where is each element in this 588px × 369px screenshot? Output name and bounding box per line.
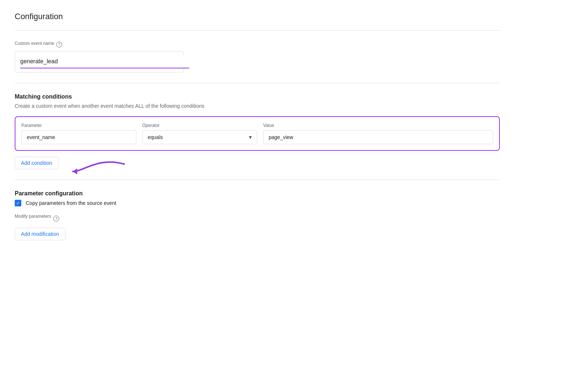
section-divider-2 (15, 180, 500, 180)
custom-event-input-wrapper (15, 51, 184, 72)
title-divider (15, 30, 500, 31)
custom-event-help-icon[interactable]: ? (56, 42, 62, 47)
svg-marker-0 (73, 168, 77, 174)
page-title: Configuration (15, 12, 500, 21)
value-field: Value (263, 123, 493, 144)
matching-conditions-description: Create a custom event when another event… (15, 103, 500, 109)
conditions-row: Parameter Operator equals contains start… (15, 116, 500, 151)
operator-select[interactable]: equals contains starts with ends with do… (142, 130, 257, 144)
parameter-configuration-section: Parameter configuration ✓ Copy parameter… (15, 190, 500, 240)
custom-event-input[interactable] (20, 55, 189, 68)
matching-conditions-section: Matching conditions Create a custom even… (15, 93, 500, 169)
parameter-field: Parameter (21, 123, 136, 144)
operator-label: Operator (142, 123, 257, 128)
section-divider-1 (15, 83, 500, 83)
operator-select-wrapper: equals contains starts with ends with do… (142, 130, 257, 144)
modify-params-label: Modify parameters (15, 214, 51, 219)
value-input[interactable] (263, 130, 493, 144)
copy-params-row: ✓ Copy parameters from the source event (15, 200, 500, 206)
parameter-input[interactable] (21, 130, 136, 144)
copy-params-label: Copy parameters from the source event (26, 200, 116, 206)
matching-conditions-title: Matching conditions (15, 93, 500, 100)
add-modification-button[interactable]: Add modification (15, 228, 65, 240)
modify-params-help-icon[interactable]: ? (53, 216, 59, 221)
parameter-configuration-title: Parameter configuration (15, 190, 500, 197)
parameter-label: Parameter (21, 123, 136, 128)
value-label: Value (263, 123, 493, 128)
checkmark-icon: ✓ (16, 201, 20, 205)
operator-field: Operator equals contains starts with end… (142, 123, 257, 144)
custom-event-section: Custom event name ? (15, 41, 500, 72)
custom-event-label: Custom event name (15, 41, 54, 46)
add-condition-area: Add condition (15, 157, 500, 169)
add-condition-arrow-annotation (69, 153, 143, 182)
copy-params-checkbox[interactable]: ✓ (15, 200, 21, 206)
add-condition-button[interactable]: Add condition (15, 157, 58, 169)
